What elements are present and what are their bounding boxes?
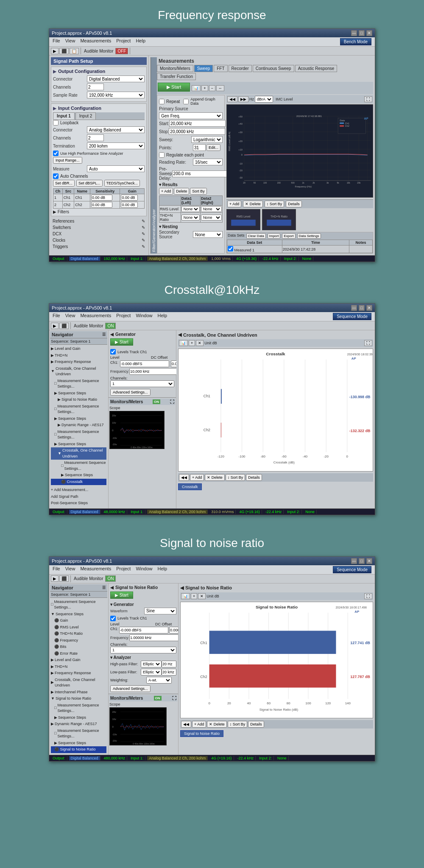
s3-nav-snr[interactable]: ▼ Signal to Noise Ratio xyxy=(51,695,106,702)
s3-delete-btn[interactable]: ✕ Delete xyxy=(207,721,227,728)
toolbar-btn2[interactable]: ⬛ xyxy=(59,48,69,54)
s2-levels-track-check[interactable] xyxy=(110,349,116,354)
s3-start-btn[interactable]: ▶ Start xyxy=(110,592,133,599)
s3-add-data-btn[interactable]: + Add xyxy=(192,721,206,728)
s3-chart-tool3[interactable]: ✕ xyxy=(198,593,206,599)
s2-audible-on-btn[interactable]: ON xyxy=(105,323,116,329)
chart-tool1[interactable]: 📊 xyxy=(192,85,201,91)
s3-waveform-select[interactable]: Sine xyxy=(144,608,176,614)
toolbar-btn1[interactable]: ▶ xyxy=(51,48,59,54)
s3-nav-meas-seq[interactable]: □ Measurement Sequence Settings... xyxy=(51,599,106,611)
s3-nav-thdn[interactable]: ⚫ THD+N Ratio xyxy=(51,631,106,637)
s3-channels-select[interactable]: 1 xyxy=(110,647,176,653)
y-unit-select[interactable]: dBrA xyxy=(255,96,273,103)
nav-meas-seq4[interactable]: □ Measurement Sequence Settings... xyxy=(51,460,106,472)
s3-menu-measurements[interactable]: Measurements xyxy=(80,566,111,573)
s2-menu-help[interactable]: Help xyxy=(158,313,167,320)
input-channels-input[interactable] xyxy=(87,134,104,141)
nav-freq-resp[interactable]: ▶ Frequency Response xyxy=(51,359,106,366)
connector-select[interactable]: Digital Balanced xyxy=(87,75,145,82)
bench-mode-btn[interactable]: Bench Mode xyxy=(340,38,371,45)
input-range-btn[interactable]: Input Range... xyxy=(53,157,82,164)
s3-expand-btn[interactable]: ⛶ xyxy=(364,593,372,599)
s2-advanced-btn[interactable]: Advanced Settings... xyxy=(110,389,151,396)
s2-ch1-level-input[interactable] xyxy=(120,360,169,367)
ch2-gain[interactable] xyxy=(121,202,138,208)
rms-right-select[interactable]: None xyxy=(201,206,222,212)
auto-channels-check[interactable] xyxy=(53,173,59,179)
s3-nav-seq-steps[interactable]: ▼ Sequence Steps xyxy=(51,611,106,618)
menu-measurements[interactable]: Measurements xyxy=(80,38,111,45)
s3-back-icon[interactable]: ◀ xyxy=(180,585,184,591)
close-btn[interactable]: ✕ xyxy=(366,30,372,36)
s2-start-btn[interactable]: ▶ Start xyxy=(110,338,133,346)
s3-chart-tool2[interactable]: + xyxy=(191,593,197,599)
edit-btn[interactable]: Edit... xyxy=(206,144,220,151)
s3-nav-gain[interactable]: ⚫ Gain xyxy=(51,617,106,624)
ch2-sensitivity[interactable] xyxy=(91,202,112,208)
prim-source-select[interactable]: Gen Freq. xyxy=(159,112,223,119)
teds-btn[interactable]: TEDS/SysCheck... xyxy=(104,180,140,187)
clear-data-btn[interactable]: Clear Data xyxy=(246,233,266,239)
s3-audible-on-btn[interactable]: ON xyxy=(105,575,116,582)
s2-add-btn[interactable]: ◀◀ xyxy=(179,474,189,481)
chart-ctrl1[interactable]: ◀◀ xyxy=(227,96,237,102)
s3-details-btn[interactable]: Details xyxy=(248,721,264,728)
input-tab2[interactable]: Input 2 xyxy=(75,112,96,120)
dcx-item[interactable]: DCX ✎ xyxy=(51,231,147,237)
s3-highpass-freq[interactable] xyxy=(162,661,176,667)
start-btn[interactable]: ▶ Start xyxy=(158,83,190,92)
s3-dc-offset-input[interactable] xyxy=(169,627,178,634)
s3-nav-bits[interactable]: ⚫ Bits xyxy=(51,644,106,650)
s3-close-btn[interactable]: ✕ xyxy=(366,558,372,564)
nav-crosstalk2[interactable]: ▼ Crosstalk, One Channel Undriven xyxy=(51,447,106,460)
sort-result-btn[interactable]: Sort By xyxy=(190,188,207,195)
nav-add-signal-path[interactable]: Add Signal Path xyxy=(51,494,106,500)
meas-tab-monitors[interactable]: Monitors/Meters xyxy=(157,65,193,72)
menu-project[interactable]: Project xyxy=(116,38,131,45)
s2-chart-tool1[interactable]: 📊 xyxy=(179,340,188,346)
rms-left-select[interactable]: None xyxy=(181,206,200,212)
s2-chart-tool3[interactable]: ✕ xyxy=(196,340,204,346)
s2-menu-view[interactable]: View xyxy=(65,313,75,320)
references-item[interactable]: References ✎ xyxy=(51,218,147,224)
s3-chart-tool1[interactable]: 📊 xyxy=(181,593,190,599)
s3-sort-btn[interactable]: ↕ Sort By xyxy=(228,721,248,728)
meas-tab-acoustic[interactable]: Acoustic Response xyxy=(295,65,338,72)
chart-ctrl2[interactable]: ▶▶ xyxy=(238,96,248,102)
s3-toolbar-btn2[interactable]: ⬛ xyxy=(59,575,69,582)
expand-chart-btn[interactable]: ⛶ xyxy=(364,96,372,102)
s2-menu-file[interactable]: File xyxy=(53,313,60,320)
s2-menu-measurements[interactable]: Measurements xyxy=(80,313,111,320)
secondary-source-select[interactable]: None xyxy=(193,231,223,238)
nav-seq-steps4[interactable]: ▶ Sequence Steps xyxy=(51,472,106,479)
s2-details-btn[interactable]: Details xyxy=(246,474,262,481)
s3-nav-snr-active[interactable]: ⚫ Signal to Noise Ratio xyxy=(51,746,106,753)
nav-meas-seq1[interactable]: □ Measurement Sequence Settings... xyxy=(51,378,106,390)
s3-nav-crosstalk[interactable]: ▶ Crosstalk, One Channel Undriven xyxy=(51,677,106,689)
s3-nav-btn[interactable]: ◀◀ xyxy=(181,721,191,728)
s3-highpass-select[interactable]: Elliptic xyxy=(141,661,162,667)
nav-post-sequence[interactable]: Post-Sequence Steps xyxy=(51,500,106,507)
add-result-btn[interactable]: + Add xyxy=(159,188,173,195)
s3-nav-error-rate[interactable]: ⚫ Error Rate xyxy=(51,650,106,657)
s2-minimize-btn[interactable]: — xyxy=(351,305,357,311)
s2-back-icon[interactable]: ◀ xyxy=(178,332,181,338)
nav-dynrange[interactable]: ▶ Dynamic Range - AES17 xyxy=(51,422,106,429)
dataset1-check[interactable] xyxy=(228,246,233,251)
s3-nav-interchannel[interactable]: ▶ Interchannel Phase xyxy=(51,689,106,696)
s2-add-data-btn[interactable]: + Add xyxy=(190,474,204,481)
ch1-sensitivity[interactable] xyxy=(91,195,112,201)
meas-tab-contSweep[interactable]: Continuous Sweep xyxy=(253,65,294,72)
s2-menu-window[interactable]: Window xyxy=(136,313,152,320)
s2-delete-btn[interactable]: ✕ Delete xyxy=(205,474,225,481)
s3-sequence-mode-btn[interactable]: Sequence Mode xyxy=(333,566,371,573)
details-btn[interactable]: Details xyxy=(286,201,302,207)
input-tab1[interactable]: Input 1 xyxy=(53,112,75,120)
nav-seq-steps1[interactable]: ▶ Sequence Steps xyxy=(51,390,106,397)
s3-nav-thdn2[interactable]: ▶ THD+N xyxy=(51,664,106,670)
menu-help[interactable]: Help xyxy=(136,38,145,45)
nav-thdn[interactable]: ▶ THD+N xyxy=(51,352,106,359)
clocks-item[interactable]: Clocks ✎ xyxy=(51,237,147,243)
sequence-mode-btn[interactable]: Sequence Mode xyxy=(333,313,371,320)
